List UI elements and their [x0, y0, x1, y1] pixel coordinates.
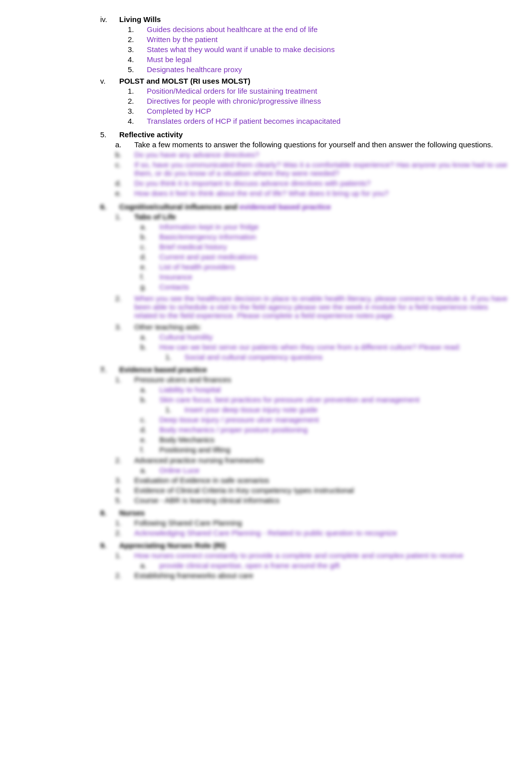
- polst-marker: v.: [100, 77, 119, 85]
- lw-text-4: Must be legal: [147, 55, 512, 64]
- s7-s1-a: a. Liability to hospital: [140, 385, 512, 394]
- s6-tol-d: d. Current and past medications: [140, 252, 512, 261]
- s7-s1-f: f. Positioning and lifting: [140, 445, 512, 454]
- s6-sub3-b: b. How can we best serve our patients wh…: [140, 343, 512, 351]
- section7-header: 7. Evidence based practice: [100, 365, 512, 374]
- s7-sub5: 5. Course - ABR is learning clinical inf…: [115, 496, 512, 504]
- section9-header: 9. Appreciating Nurses Role (RI): [100, 541, 512, 550]
- s6-tol-g: g. Contacts: [140, 283, 512, 291]
- polst-label: POLST and MOLST (RI uses MOLST): [119, 77, 512, 85]
- living-wills-item-2: 2. Written by the patient: [128, 35, 512, 44]
- section6-num: 6.: [100, 202, 119, 211]
- living-wills-marker: iv.: [100, 15, 119, 24]
- lw-num-2: 2.: [128, 35, 147, 44]
- section6-sub1: 1. Tabs of Life: [115, 212, 512, 221]
- s7-sub2: 2. Advanced practice nursing frameworks: [115, 456, 512, 464]
- lw-num-1: 1.: [128, 25, 147, 34]
- lw-text-5: Designates healthcare proxy: [147, 65, 512, 74]
- s7-s1-b-sub: 1. Insert your deep tissue injury note g…: [140, 405, 512, 414]
- section6-label: Cognitive/cultural influences and eviden…: [119, 202, 512, 211]
- reflective-d-text: Do you think it is important to discuss …: [134, 179, 512, 187]
- polst-item-3: 3. Completed by HCP: [128, 107, 512, 115]
- s6-sub3-b-1: 1. Social and cultural competency questi…: [165, 353, 512, 361]
- polst-text-4: Translates orders of HCP if patient beco…: [147, 117, 512, 125]
- s9-sub2: 2. Establishing frameworks about care: [115, 571, 512, 580]
- s6-sub3-b-sub: 1. Social and cultural competency questi…: [140, 353, 512, 361]
- reflective-b-text: Do you have any advance directives?: [134, 150, 512, 159]
- living-wills-item-5: 5. Designates healthcare proxy: [128, 65, 512, 74]
- reflective-c-marker: c.: [115, 160, 134, 177]
- s7-s1-b: b. Skin care focus, best practices for p…: [140, 395, 512, 404]
- reflective-a-marker: a.: [115, 140, 134, 149]
- s7-s1-b-1: 1. Insert your deep tissue injury note g…: [165, 405, 512, 414]
- section6-sub3-items: a. Cultural humility b. How can we best …: [115, 333, 512, 361]
- lw-text-2: Written by the patient: [147, 35, 512, 44]
- living-wills-header: iv. Living Wills: [100, 15, 512, 24]
- s9-sub1: 1. How nurses connect constantly to prov…: [115, 551, 512, 560]
- living-wills-item-1: 1. Guides decisions about healthcare at …: [128, 25, 512, 34]
- living-wills-label: Living Wills: [119, 15, 512, 24]
- reflective-header: 5. Reflective activity: [100, 130, 512, 139]
- polst-text-3: Completed by HCP: [147, 107, 512, 115]
- reflective-b-marker: b.: [115, 150, 134, 159]
- living-wills-item-4: 4. Must be legal: [128, 55, 512, 64]
- s6-sub3-a: a. Cultural humility: [140, 333, 512, 341]
- section6-content: 1. Tabs of Life a. Information kept in y…: [100, 212, 512, 361]
- s8-sub2: 2. Acknowledging Shared Care Planning - …: [115, 529, 512, 537]
- polst-item-1: 1. Position/Medical orders for life sust…: [128, 87, 512, 95]
- polst-num-1: 1.: [128, 87, 147, 95]
- s6-sub2-text: When you see the healthcare decision in …: [134, 294, 512, 320]
- s9-s1-a: a. provide clinical expertise, open a fr…: [140, 561, 512, 570]
- section8-content: 1. Following Shared Care Planning 2. Ack…: [100, 518, 512, 537]
- reflective-num: 5.: [100, 130, 119, 139]
- living-wills-items: 1. Guides decisions about healthcare at …: [100, 25, 512, 74]
- main-content: iv. Living Wills 1. Guides decisions abo…: [20, 10, 512, 580]
- section7-content: 1. Pressure ulcers and finances a. Liabi…: [100, 375, 512, 504]
- polst-item-2: 2. Directives for people with chronic/pr…: [128, 97, 512, 105]
- reflective-c: c. If so, have you communicated them cle…: [115, 160, 512, 177]
- reflective-a-row: a. Take a few moments to answer the foll…: [115, 140, 512, 149]
- s6-sub1-label: Tabs of Life: [134, 212, 512, 221]
- reflective-c-text: If so, have you communicated them clearl…: [134, 160, 512, 177]
- s6-sub1-num: 1.: [115, 212, 134, 221]
- s8-sub1: 1. Following Shared Care Planning: [115, 518, 512, 527]
- s7-sub1: 1. Pressure ulcers and finances: [115, 375, 512, 384]
- polst-text-2: Directives for people with chronic/progr…: [147, 97, 512, 105]
- s6-sub3-num: 3.: [115, 323, 134, 331]
- s7-sub4: 4. Evidence of Clinical Criteria in Key …: [115, 486, 512, 494]
- lw-num-5: 5.: [128, 65, 147, 74]
- lw-num-3: 3.: [128, 45, 147, 54]
- reflective-d: d. Do you think it is important to discu…: [115, 179, 512, 187]
- polst-num-2: 2.: [128, 97, 147, 105]
- s7-s2-a: a. Online Luce: [140, 466, 512, 474]
- s6-sub3-label: Other teaching aids:: [134, 323, 512, 331]
- lw-text-3: States what they would want if unable to…: [147, 45, 512, 54]
- section8-header: 8. Nurses: [100, 508, 512, 517]
- s7-sub2-items: a. Online Luce: [115, 466, 512, 474]
- s7-sub3: 3. Evaluation of Evidence in safe scenar…: [115, 476, 512, 484]
- s9-sub1-a: a. provide clinical expertise, open a fr…: [115, 561, 512, 570]
- polst-num-3: 3.: [128, 107, 147, 115]
- reflective-label: Reflective activity: [119, 130, 512, 139]
- s6-tol-c: c. Brief medical history: [140, 242, 512, 251]
- reflective-e: e. How does it feel to think about the e…: [115, 189, 512, 197]
- section6-row: 6. Cognitive/cultural influences and evi…: [100, 202, 512, 211]
- lw-text-1: Guides decisions about healthcare at the…: [147, 25, 512, 34]
- s7-sub1-items: a. Liability to hospital b. Skin care fo…: [115, 385, 512, 454]
- s7-s1-d: d. Body mechanics / proper posture posit…: [140, 425, 512, 434]
- section7: 7. Evidence based practice 1. Pressure u…: [100, 365, 512, 504]
- polst-items: 1. Position/Medical orders for life sust…: [100, 87, 512, 125]
- s7-s1-e: e. Body Mechanics: [140, 435, 512, 444]
- s7-s1-c: c. Deep tissue injury / pressure ulcer m…: [140, 415, 512, 424]
- reflective-b: b. Do you have any advance directives?: [115, 150, 512, 159]
- polst-text-1: Position/Medical orders for life sustain…: [147, 87, 512, 95]
- reflective-a-text: Take a few moments to answer the followi…: [134, 140, 512, 149]
- section6-sub2: 2. When you see the healthcare decision …: [115, 294, 512, 320]
- polst-num-4: 4.: [128, 117, 147, 125]
- lw-num-4: 4.: [128, 55, 147, 64]
- living-wills-item-3: 3. States what they would want if unable…: [128, 45, 512, 54]
- s6-tol-e: e. List of health providers: [140, 263, 512, 271]
- section8: 8. Nurses 1. Following Shared Care Plann…: [100, 508, 512, 537]
- s6-tol-a: a. Information kept in your fridge: [140, 222, 512, 231]
- s6-tol-b: b. Basic/emergency information: [140, 232, 512, 241]
